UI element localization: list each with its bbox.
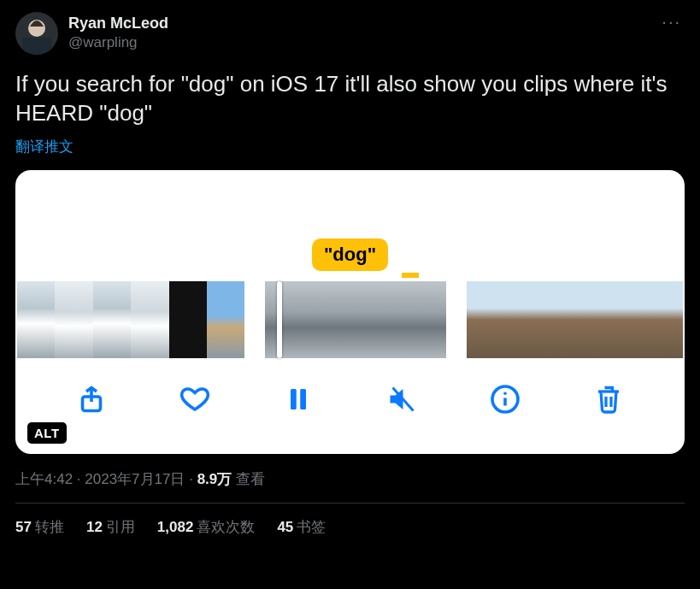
clip-group-3[interactable] bbox=[467, 281, 683, 358]
playhead[interactable] bbox=[277, 281, 282, 358]
svg-rect-5 bbox=[300, 389, 306, 409]
stat-bookmarks[interactable]: 45书签 bbox=[277, 517, 326, 537]
tweet-text: If you search for "dog" on iOS 17 it'll … bbox=[15, 70, 685, 128]
heart-icon[interactable] bbox=[179, 384, 210, 415]
tweet-header: Ryan McLeod @warpling bbox=[15, 12, 685, 55]
divider bbox=[15, 503, 685, 504]
clip-group-1[interactable] bbox=[17, 281, 244, 358]
clip-frame bbox=[207, 281, 244, 358]
avatar[interactable] bbox=[15, 12, 58, 55]
stat-likes[interactable]: 1,082喜欢次数 bbox=[157, 517, 256, 537]
clip-frame bbox=[356, 281, 401, 358]
clip-frame bbox=[467, 281, 503, 358]
mute-icon[interactable] bbox=[386, 384, 417, 415]
views-label: 查看 bbox=[232, 471, 265, 487]
clip-frame bbox=[647, 281, 683, 358]
clip-frame bbox=[401, 281, 446, 358]
clip-frame bbox=[17, 281, 55, 358]
stat-retweets[interactable]: 57转推 bbox=[15, 517, 64, 537]
timeline-strip[interactable] bbox=[15, 281, 685, 358]
meta-date[interactable]: 2023年7月17日 bbox=[85, 471, 185, 487]
translate-link[interactable]: 翻译推文 bbox=[15, 137, 685, 156]
clip-frame bbox=[93, 281, 131, 358]
more-button[interactable]: ··· bbox=[662, 12, 681, 32]
search-marker-wrap: "dog" bbox=[15, 239, 685, 271]
media-card[interactable]: "dog" bbox=[15, 170, 685, 454]
clip-group-2[interactable] bbox=[265, 281, 446, 358]
clip-frame bbox=[55, 281, 92, 358]
clip-frame bbox=[131, 281, 168, 358]
author-block[interactable]: Ryan McLeod @warpling bbox=[68, 12, 168, 51]
clip-frame bbox=[539, 281, 575, 358]
info-icon[interactable] bbox=[490, 384, 521, 415]
marker-tick bbox=[402, 273, 419, 278]
trash-icon[interactable] bbox=[593, 384, 624, 415]
media-controls bbox=[15, 375, 685, 423]
svg-point-9 bbox=[503, 392, 507, 395]
svg-rect-4 bbox=[291, 389, 297, 409]
pause-icon[interactable] bbox=[283, 384, 314, 415]
alt-badge[interactable]: ALT bbox=[27, 422, 67, 444]
stat-quotes[interactable]: 12引用 bbox=[86, 517, 135, 537]
search-marker: "dog" bbox=[312, 239, 388, 271]
clip-frame bbox=[611, 281, 647, 358]
author-handle: @warpling bbox=[68, 33, 168, 51]
share-icon[interactable] bbox=[76, 384, 107, 415]
clip-frame bbox=[575, 281, 611, 358]
clip-frame bbox=[310, 281, 356, 358]
tweet-stats: 57转推 12引用 1,082喜欢次数 45书签 bbox=[15, 517, 685, 537]
views-count: 8.9万 bbox=[197, 471, 232, 487]
svg-rect-2 bbox=[22, 38, 51, 55]
clip-frame bbox=[503, 281, 538, 358]
clip-frame bbox=[265, 281, 310, 358]
clip-frame bbox=[169, 281, 207, 358]
tweet: Ryan McLeod @warpling ··· If you search … bbox=[0, 0, 700, 537]
tweet-meta: 上午4:42 · 2023年7月17日 · 8.9万 查看 bbox=[15, 469, 685, 489]
meta-time[interactable]: 上午4:42 bbox=[15, 471, 73, 487]
author-name: Ryan McLeod bbox=[68, 14, 168, 33]
